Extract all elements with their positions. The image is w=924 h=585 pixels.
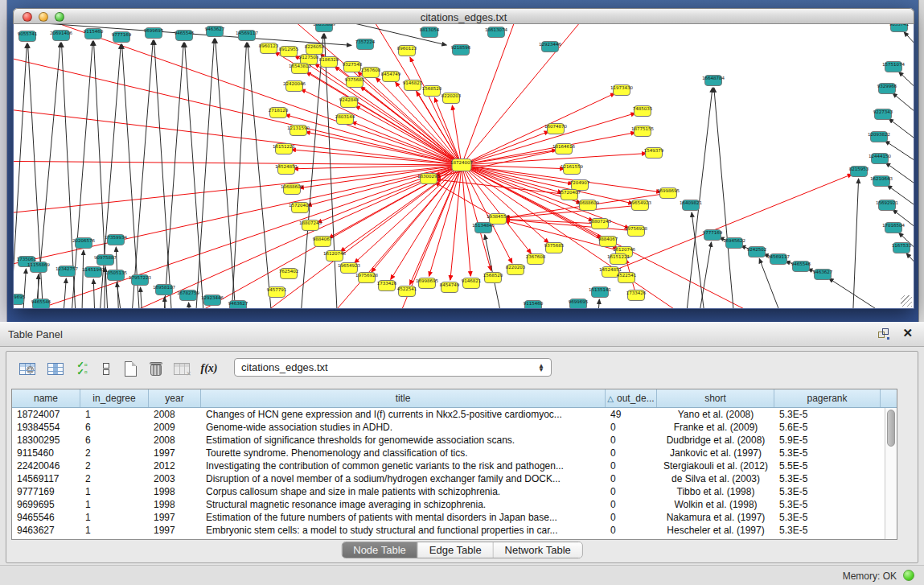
cell-name[interactable]: 18724007: [12, 408, 80, 421]
table-row[interactable]: 946554611997Estimation of the future num…: [12, 511, 885, 524]
cell-year[interactable]: 2008: [149, 408, 201, 421]
cell-short[interactable]: Franke et al. (2009): [657, 421, 774, 434]
graph-edge[interactable]: [462, 133, 635, 165]
cell-short[interactable]: Hescheler et al. (1997): [657, 524, 774, 537]
table-row[interactable]: 1938455462009Genome-wide association stu…: [12, 421, 885, 434]
graph-edge[interactable]: [462, 24, 529, 165]
graph-edge[interactable]: [904, 32, 914, 64]
cell-short[interactable]: Tibbo et al. (1998): [657, 485, 774, 498]
cell-title[interactable]: Genome-wide association studies in ADHD.: [201, 421, 606, 434]
cell-in_degree[interactable]: 1: [80, 498, 149, 511]
cell-year[interactable]: 2008: [149, 434, 201, 447]
delete-table-icon[interactable]: [170, 357, 193, 380]
table-row[interactable]: 977716911998Corpus callosum shape and si…: [12, 485, 885, 498]
cell-title[interactable]: Changes of HCN gene expression and I(f) …: [201, 408, 606, 421]
graph-edge[interactable]: [906, 253, 914, 283]
graph-edge[interactable]: [162, 43, 183, 309]
cell-title[interactable]: Corpus callosum shape and size in male p…: [201, 485, 606, 498]
graph-edge[interactable]: [893, 93, 914, 127]
table-row[interactable]: 969969511998Structural magnetic resonanc…: [12, 498, 885, 511]
graph-edge[interactable]: [410, 57, 462, 165]
delete-entries-icon[interactable]: [145, 357, 167, 380]
table-settings-icon[interactable]: [16, 357, 39, 380]
graph-edge[interactable]: [81, 250, 84, 309]
column-visibility-icon[interactable]: [44, 357, 67, 380]
cell-year[interactable]: 1997: [149, 524, 201, 537]
float-panel-icon[interactable]: [878, 328, 890, 340]
cell-out[interactable]: 0: [606, 511, 657, 524]
function-builder-icon[interactable]: f(x): [198, 357, 220, 380]
graph-edge[interactable]: [122, 44, 142, 309]
graph-edge[interactable]: [129, 40, 153, 309]
graph-edge[interactable]: [889, 118, 914, 153]
network-window-titlebar[interactable]: citations_edges.txt: [13, 8, 914, 24]
cell-out[interactable]: 0: [606, 485, 657, 498]
new-table-icon[interactable]: [119, 357, 142, 380]
table-row[interactable]: 1456911722003Disruption of a novel membe…: [12, 472, 885, 485]
scrollbar-thumb[interactable]: [887, 410, 895, 447]
graph-edge[interactable]: [185, 43, 206, 309]
cell-in_degree[interactable]: 1: [80, 408, 149, 421]
cell-out[interactable]: 49: [606, 408, 657, 421]
cell-out[interactable]: 0: [606, 472, 657, 485]
column-header-in_degree[interactable]: in_degree: [80, 389, 149, 407]
column-header-year[interactable]: year: [149, 389, 201, 407]
cell-pagerank[interactable]: 5.5E-5: [774, 459, 881, 472]
cell-year[interactable]: 2012: [149, 459, 201, 472]
cell-name[interactable]: 9699695: [12, 498, 80, 511]
graph-edge[interactable]: [759, 258, 793, 309]
vertical-scrollbar[interactable]: [885, 408, 897, 539]
cell-short[interactable]: de Silva et al. (2003): [657, 472, 774, 485]
cell-in_degree[interactable]: 2: [80, 472, 149, 485]
graph-edge[interactable]: [505, 219, 600, 224]
cell-name[interactable]: 19384554: [12, 421, 80, 434]
graph-edge[interactable]: [194, 39, 214, 309]
graph-edge[interactable]: [355, 165, 462, 263]
column-header-pagerank[interactable]: pagerank: [774, 389, 881, 407]
graph-edge[interactable]: [610, 174, 852, 272]
cell-title[interactable]: Estimation of significance thresholds fo…: [201, 434, 606, 447]
cell-short[interactable]: Stergiakouli et al. (2012): [657, 459, 774, 472]
graph-edge[interactable]: [462, 113, 635, 165]
graph-edge[interactable]: [189, 303, 191, 309]
graph-edge[interactable]: [692, 212, 708, 309]
graph-edge[interactable]: [14, 105, 462, 165]
graph-edge[interactable]: [462, 150, 556, 165]
cell-pagerank[interactable]: 5.3E-5: [774, 485, 881, 498]
graph-edge[interactable]: [596, 299, 599, 309]
cell-short[interactable]: Jankovic et al. (1997): [657, 447, 774, 459]
graph-edge[interactable]: [485, 235, 507, 309]
table-selector-dropdown[interactable]: citations_edges.txt ▲▼: [234, 358, 552, 377]
cell-name[interactable]: 9465546: [12, 511, 80, 524]
cell-title[interactable]: Disruption of a novel member of a sodium…: [201, 472, 606, 485]
column-header-out[interactable]: △out_de...: [606, 389, 657, 407]
tab-edge-table[interactable]: Edge Table: [418, 542, 494, 558]
cell-name[interactable]: 9777169: [12, 485, 80, 498]
cell-short[interactable]: Yano et al. (2008): [657, 408, 774, 421]
row-height-icon[interactable]: [95, 357, 117, 380]
graph-edge[interactable]: [852, 179, 859, 309]
table-row[interactable]: 2242004622012Investigating the contribut…: [12, 459, 885, 472]
graph-edge[interactable]: [505, 220, 636, 231]
cell-in_degree[interactable]: 2: [80, 447, 149, 459]
network-canvas[interactable]: 9055741206914069115460977716996996959465…: [13, 24, 914, 309]
graph-edge[interactable]: [683, 88, 713, 309]
cell-name[interactable]: 14569117: [12, 472, 80, 485]
cell-in_degree[interactable]: 1: [80, 511, 149, 524]
close-icon[interactable]: ✕: [902, 326, 913, 340]
cell-title[interactable]: Investigating the contribution of common…: [201, 459, 606, 472]
cell-in_degree[interactable]: 1: [80, 524, 149, 537]
window-resize-grip[interactable]: [901, 295, 912, 307]
graph-edge[interactable]: [93, 279, 96, 309]
cell-short[interactable]: Dudbridge et al. (2008): [657, 434, 774, 447]
cell-pagerank[interactable]: 5.3E-5: [774, 511, 881, 524]
cell-out[interactable]: 0: [606, 434, 657, 447]
graph-edge[interactable]: [462, 154, 647, 165]
graph-edge[interactable]: [301, 89, 462, 165]
cell-pagerank[interactable]: 5.3E-5: [774, 498, 881, 511]
cell-year[interactable]: 1997: [149, 511, 201, 524]
cell-pagerank[interactable]: 5.6E-5: [774, 421, 881, 434]
table-row[interactable]: 1830029562008Estimation of significance …: [12, 434, 885, 447]
graph-edge[interactable]: [14, 165, 462, 272]
network-graph[interactable]: 9055741206914069115460977716996996959465…: [14, 24, 914, 309]
